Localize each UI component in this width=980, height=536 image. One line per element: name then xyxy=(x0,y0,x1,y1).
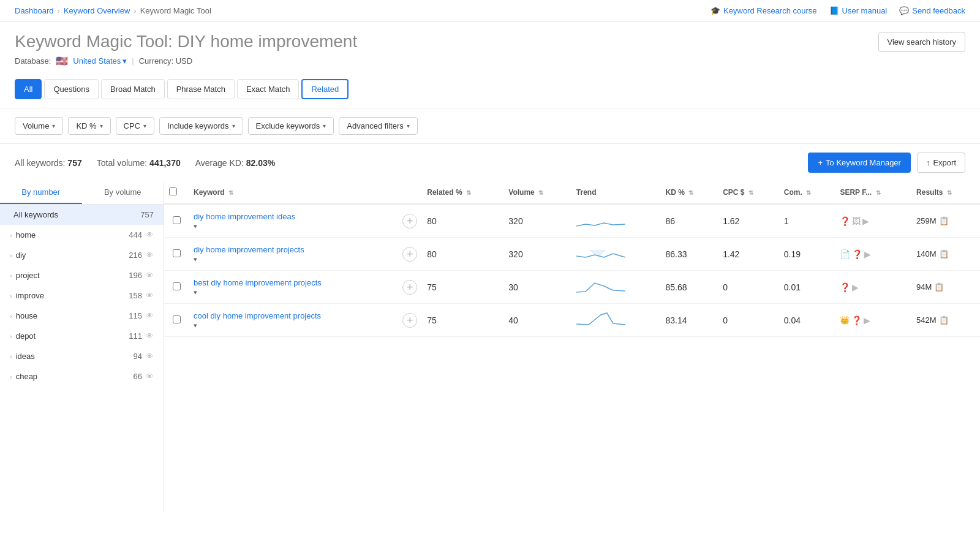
eye-icon[interactable]: 👁 xyxy=(146,352,154,361)
feedback-link[interactable]: 💬 Send feedback xyxy=(899,6,965,15)
filter-advanced[interactable]: Advanced filters ▾ xyxy=(339,117,418,135)
breadcrumb: Dashboard › Keyword Overview › Keyword M… xyxy=(15,6,211,15)
row-checkbox[interactable] xyxy=(173,282,181,290)
row-checkbox[interactable] xyxy=(173,216,181,224)
keyword-dropdown-toggle[interactable]: ▾ xyxy=(194,222,393,230)
row-checkbox[interactable] xyxy=(173,249,181,257)
eye-icon[interactable]: 👁 xyxy=(146,372,154,381)
results-detail-icon[interactable]: 📋 xyxy=(939,315,949,325)
sidebar-item-ideas[interactable]: › ideas 94 👁 xyxy=(0,346,164,366)
th-results[interactable]: Results ⇅ xyxy=(911,181,980,204)
th-kd[interactable]: KD % ⇅ xyxy=(661,181,718,204)
sidebar-item-home[interactable]: › home 444 👁 xyxy=(0,225,164,245)
sidebar-tab-by-volume[interactable]: By volume xyxy=(82,181,164,204)
row-add-cell: + xyxy=(398,304,422,337)
row-related-cell: 75 xyxy=(422,271,503,304)
keyword-link[interactable]: diy home improvement projects xyxy=(194,245,393,254)
to-keyword-manager-button[interactable]: + To Keyword Manager xyxy=(808,153,910,173)
sort-icon: ⇅ xyxy=(748,189,753,196)
filter-include[interactable]: Include keywords ▾ xyxy=(159,117,243,135)
row-volume-cell: 320 xyxy=(503,204,571,238)
sidebar-item-all[interactable]: All keywords 757 xyxy=(0,205,164,225)
view-history-button[interactable]: View search history xyxy=(878,32,965,52)
row-keyword-cell: diy home improvement ideas ▾ xyxy=(189,204,398,238)
keyword-dropdown-toggle[interactable]: ▾ xyxy=(194,255,393,263)
row-volume-cell: 320 xyxy=(503,238,571,271)
keyword-table: Keyword ⇅ Related % ⇅ Volume ⇅ Trend xyxy=(164,181,980,337)
tab-phrase-match[interactable]: Phrase Match xyxy=(167,79,235,99)
filter-cpc[interactable]: CPC ▾ xyxy=(116,117,154,135)
sidebar-item-depot[interactable]: › depot 111 👁 xyxy=(0,326,164,346)
th-related[interactable]: Related % ⇅ xyxy=(422,181,503,204)
match-tabs: All Questions Broad Match Phrase Match E… xyxy=(15,79,965,99)
course-link[interactable]: 🎓 Keyword Research course xyxy=(710,6,816,15)
tab-all[interactable]: All xyxy=(15,79,42,99)
sidebar-item-diy[interactable]: › diy 216 👁 xyxy=(0,245,164,265)
eye-icon[interactable]: 👁 xyxy=(146,271,154,280)
th-volume[interactable]: Volume ⇅ xyxy=(503,181,571,204)
add-keyword-button[interactable]: + xyxy=(402,247,417,262)
row-serp-cell: ❓ 🖼 ▶ xyxy=(835,204,911,238)
add-keyword-button[interactable]: + xyxy=(402,313,417,328)
breadcrumb-overview[interactable]: Keyword Overview xyxy=(64,6,130,15)
feedback-icon: 💬 xyxy=(899,6,909,15)
top-nav-links: 🎓 Keyword Research course 📘 User manual … xyxy=(710,6,965,15)
serp-icon-crown: 👑 xyxy=(840,315,850,325)
tab-questions[interactable]: Questions xyxy=(44,79,99,99)
filter-exclude[interactable]: Exclude keywords ▾ xyxy=(248,117,334,135)
sidebar-item-project[interactable]: › project 196 👁 xyxy=(0,265,164,285)
eye-icon[interactable]: 👁 xyxy=(146,291,154,300)
th-com[interactable]: Com. ⇅ xyxy=(779,181,835,204)
row-related-cell: 75 xyxy=(422,304,503,337)
th-serp[interactable]: SERP F... ⇅ xyxy=(835,181,911,204)
row-results-cell: 140M 📋 xyxy=(911,238,980,271)
chevron-right-icon: › xyxy=(10,353,12,360)
chevron-down-icon: ▾ xyxy=(407,123,410,129)
avg-kd-stat: Average KD: 82.03% xyxy=(195,158,276,168)
filter-volume[interactable]: Volume ▾ xyxy=(15,117,63,135)
keyword-dropdown-toggle[interactable]: ▾ xyxy=(194,289,393,296)
keyword-dropdown-toggle[interactable]: ▾ xyxy=(194,322,393,330)
th-trend[interactable]: Trend xyxy=(571,181,661,204)
sidebar-tab-by-number[interactable]: By number xyxy=(0,181,82,204)
all-keywords-stat: All keywords: 757 xyxy=(15,158,82,168)
results-detail-icon[interactable]: 📋 xyxy=(939,216,949,225)
table-row: best diy home improvement projects ▾ + 7… xyxy=(164,271,980,304)
tab-exact-match[interactable]: Exact Match xyxy=(237,79,300,99)
tab-broad-match[interactable]: Broad Match xyxy=(101,79,165,99)
breadcrumb-dashboard[interactable]: Dashboard xyxy=(15,6,54,15)
serp-icon-video: ▶ xyxy=(852,282,859,292)
sort-icon: ⇅ xyxy=(688,189,693,196)
row-com-cell: 1 xyxy=(779,204,835,238)
add-keyword-button[interactable]: + xyxy=(402,280,417,295)
add-keyword-button[interactable]: + xyxy=(402,214,417,228)
keyword-link[interactable]: best diy home improvement projects xyxy=(194,278,393,287)
upload-icon: ↑ xyxy=(926,158,930,167)
table-row: diy home improvement projects ▾ + 80 320 xyxy=(164,238,980,271)
eye-icon[interactable]: 👁 xyxy=(146,251,154,260)
trend-chart xyxy=(576,211,625,229)
summary-stats: All keywords: 757 Total volume: 441,370 … xyxy=(15,158,275,168)
country-selector[interactable]: United States ▾ xyxy=(73,56,127,66)
results-detail-icon[interactable]: 📋 xyxy=(934,282,944,292)
sidebar-item-house[interactable]: › house 115 👁 xyxy=(0,306,164,326)
keyword-link[interactable]: cool diy home improvement projects xyxy=(194,311,393,320)
serp-icon-doc: 📄 xyxy=(840,249,850,259)
chevron-right-icon: › xyxy=(10,272,12,279)
filter-kd[interactable]: KD % ▾ xyxy=(68,117,110,135)
eye-icon[interactable]: 👁 xyxy=(146,311,154,320)
select-all-checkbox[interactable] xyxy=(169,187,177,195)
th-cpc[interactable]: CPC $ ⇅ xyxy=(718,181,779,204)
export-button[interactable]: ↑ Export xyxy=(917,153,965,173)
th-keyword[interactable]: Keyword ⇅ xyxy=(189,181,398,204)
sidebar-item-cheap[interactable]: › cheap 66 👁 xyxy=(0,366,164,387)
sidebar-item-improve[interactable]: › improve 158 👁 xyxy=(0,285,164,306)
eye-icon[interactable]: 👁 xyxy=(146,331,154,341)
eye-icon[interactable]: 👁 xyxy=(146,230,154,240)
sort-icon: ⇅ xyxy=(876,189,881,196)
row-checkbox[interactable] xyxy=(173,315,181,323)
keyword-link[interactable]: diy home improvement ideas xyxy=(194,212,393,221)
results-detail-icon[interactable]: 📋 xyxy=(939,249,949,259)
tab-related[interactable]: Related xyxy=(301,79,349,99)
manual-link[interactable]: 📘 User manual xyxy=(829,6,888,15)
